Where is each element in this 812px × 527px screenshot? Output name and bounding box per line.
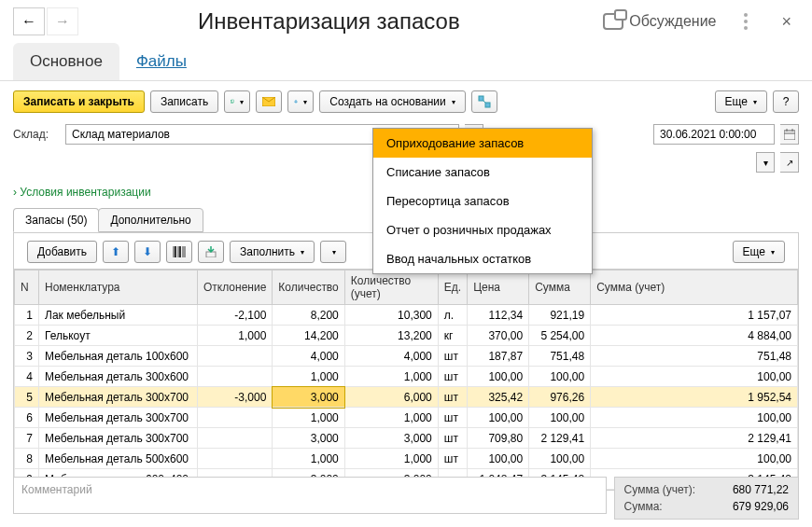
table-cell[interactable]: 100,00 [529, 367, 591, 387]
menu-writeoff[interactable]: Списание запасов [373, 158, 592, 187]
conditions-expand[interactable]: Условия инвентаризации [13, 186, 151, 199]
table-cell[interactable]: шт [438, 408, 467, 428]
table-cell[interactable] [198, 449, 273, 469]
menu-receipt[interactable]: Оприходование запасов [373, 129, 592, 158]
table-cell[interactable]: 187,87 [468, 346, 529, 367]
table-cell[interactable]: 6 [15, 408, 39, 428]
print-button[interactable]: ▾ [287, 90, 314, 113]
more-button[interactable]: Еще ▾ [715, 90, 767, 113]
table-row[interactable]: 6Мебельная деталь 300х7001,0001,000шт100… [15, 408, 798, 428]
table-cell[interactable]: 100,00 [468, 367, 529, 387]
table-cell[interactable]: 1,000 [273, 449, 344, 469]
table-more-button[interactable]: Еще ▾ [733, 241, 785, 263]
copy-button[interactable]: ▾ [224, 90, 250, 113]
table-cell[interactable]: -2,100 [198, 305, 273, 326]
table-cell[interactable]: 2 129,41 [591, 428, 798, 449]
table-cell[interactable]: -3,000 [198, 387, 273, 408]
table-cell[interactable]: 5 [15, 387, 39, 408]
tab-main[interactable]: Основное [13, 43, 119, 80]
table-cell[interactable]: 4 [15, 367, 39, 387]
table-cell[interactable]: 2 [15, 326, 39, 346]
col-unit[interactable]: Ед. [438, 270, 467, 305]
move-down-button[interactable]: ⬇ [134, 241, 161, 263]
table-cell[interactable]: 100,00 [529, 408, 591, 428]
nav-forward-button[interactable]: → [47, 7, 78, 35]
col-price[interactable]: Цена [468, 270, 529, 305]
table-cell[interactable]: 325,42 [468, 387, 529, 408]
table-cell[interactable]: 1,000 [344, 408, 438, 428]
barcode-button[interactable] [166, 241, 192, 263]
fill-button[interactable]: Заполнить ▾ [230, 241, 315, 263]
table-cell[interactable]: Мебельная деталь 300х700 [39, 387, 198, 408]
table-cell[interactable]: 8 [15, 449, 39, 469]
table-cell[interactable]: шт [438, 346, 467, 367]
table-cell[interactable]: 709,80 [468, 428, 529, 449]
table-cell[interactable]: 3 [15, 346, 39, 367]
save-button[interactable]: Записать [150, 90, 218, 113]
table-cell[interactable]: 100,00 [468, 449, 529, 469]
table-row[interactable]: 4Мебельная деталь 300х6001,0001,000шт100… [15, 367, 798, 387]
table-row[interactable]: 2Гелькоут1,00014,20013,200кг370,005 254,… [15, 326, 798, 346]
table-cell[interactable]: 1 157,07 [591, 305, 798, 326]
table-row[interactable]: 3Мебельная деталь 100х6004,0004,000шт187… [15, 346, 798, 367]
table-cell[interactable]: кг [438, 326, 467, 346]
table-row[interactable]: 7Мебельная деталь 300х7003,0003,000шт709… [15, 428, 798, 449]
table-cell[interactable]: Мебельная деталь 300х700 [39, 408, 198, 428]
table-cell[interactable]: 1 952,54 [591, 387, 798, 408]
create-based-button[interactable]: Создать на основании ▾ [319, 90, 466, 113]
table-cell[interactable]: 100,00 [591, 408, 798, 428]
table-cell[interactable]: 4,000 [273, 346, 344, 367]
table-cell[interactable] [198, 367, 273, 387]
col-nom[interactable]: Номенклатура [39, 270, 198, 305]
close-button[interactable]: × [774, 8, 799, 35]
table-cell[interactable]: шт [438, 387, 467, 408]
table-cell[interactable]: Гелькоут [39, 326, 198, 346]
comment-input[interactable]: Комментарий [13, 477, 607, 514]
move-up-button[interactable]: ⬆ [103, 241, 129, 263]
menu-retail-report[interactable]: Отчет о розничных продажах [373, 215, 592, 244]
table-cell[interactable] [198, 408, 273, 428]
col-n[interactable]: N [15, 270, 39, 305]
kebab-menu[interactable] [738, 7, 753, 35]
table-cell[interactable]: 4 884,00 [591, 326, 798, 346]
table-row[interactable]: 1Лак мебельный-2,1008,20010,300л.112,349… [15, 305, 798, 326]
help-button[interactable]: ? [773, 90, 799, 113]
tab-stock[interactable]: Запасы (50) [13, 208, 99, 232]
table-cell[interactable]: 1,000 [344, 367, 438, 387]
menu-regrade[interactable]: Пересортица запасов [373, 187, 592, 215]
col-sum[interactable]: Сумма [529, 270, 591, 305]
table-cell[interactable]: шт [438, 367, 467, 387]
table-cell[interactable]: 3,000 [273, 387, 344, 408]
table-cell[interactable]: 751,48 [591, 346, 798, 367]
table-cell[interactable]: 5 254,00 [529, 326, 591, 346]
table-cell[interactable]: 13,200 [344, 326, 438, 346]
table-cell[interactable]: Мебельная деталь 300х600 [39, 367, 198, 387]
col-qty-acc[interactable]: Количество (учет) [344, 270, 438, 305]
table-cell[interactable]: 1,000 [344, 449, 438, 469]
table-cell[interactable]: 3,000 [344, 428, 438, 449]
table-cell[interactable]: 100,00 [591, 367, 798, 387]
table-cell[interactable]: Мебельная деталь 100х600 [39, 346, 198, 367]
table-cell[interactable]: 7 [15, 428, 39, 449]
col-qty[interactable]: Количество [273, 270, 344, 305]
add-row-button[interactable]: Добавить [27, 241, 97, 263]
discuss-button[interactable]: Обсуждение [603, 13, 716, 30]
table-cell[interactable]: 112,34 [468, 305, 529, 326]
table-cell[interactable]: 1 [15, 305, 39, 326]
table-cell[interactable]: шт [438, 449, 467, 469]
table-cell[interactable]: 3,000 [273, 428, 344, 449]
table-cell[interactable] [198, 428, 273, 449]
col-dev[interactable]: Отклонение [198, 270, 273, 305]
extra-button[interactable]: ▾ [320, 241, 346, 263]
calendar-button[interactable] [780, 124, 799, 145]
table-cell[interactable]: 921,19 [529, 305, 591, 326]
table-cell[interactable]: 14,200 [273, 326, 344, 346]
tab-additional[interactable]: Дополнительно [98, 208, 203, 232]
tab-files[interactable]: Файлы [119, 43, 203, 80]
table-cell[interactable]: 976,26 [529, 387, 591, 408]
table-cell[interactable]: 1,000 [198, 326, 273, 346]
table-cell[interactable]: 8,200 [273, 305, 344, 326]
mail-button[interactable] [256, 90, 282, 113]
table-cell[interactable]: 751,48 [529, 346, 591, 367]
import-button[interactable] [198, 241, 224, 263]
